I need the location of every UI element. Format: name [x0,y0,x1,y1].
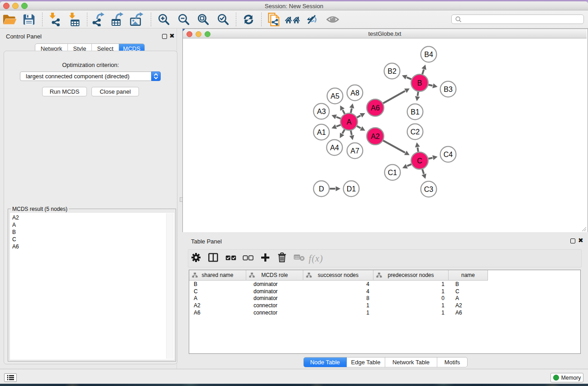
graph-edge-A6-B[interactable] [383,88,410,103]
memory-button[interactable]: Memory [550,373,583,382]
graph-edge-C-C4[interactable] [428,155,437,160]
graph-node-A8[interactable]: A8 [347,85,363,101]
close-panel-icon[interactable]: ✖ [169,32,175,39]
graph-node-B2[interactable]: B2 [384,63,400,79]
column-header-successor-nodes[interactable]: successor nodes [303,270,373,280]
export-network-button[interactable] [91,12,108,27]
table-row[interactable]: A6connector11A6 [189,309,580,316]
split-panel-button[interactable] [206,251,221,266]
column-header-shared-name[interactable]: shared name [189,270,246,280]
graph-node-B[interactable]: B [411,74,428,91]
delete-columns-button[interactable] [274,251,290,266]
table-settings-gear-button[interactable] [188,251,204,266]
task-history-button[interactable] [4,373,17,382]
show-eye-button[interactable] [324,12,341,27]
zoom-in-button[interactable] [155,12,172,27]
graph-edge-C-C2[interactable] [415,143,420,152]
mcds-result-item[interactable]: A6 [10,243,174,250]
mcds-result-item[interactable]: A2 [10,214,174,221]
zoom-fit-button[interactable] [195,12,212,27]
tab-network-table[interactable]: Network Table [385,357,437,367]
select-all-columns-button[interactable] [223,251,239,266]
tab-node-table[interactable]: Node Table [304,357,347,367]
network-window-titlebar[interactable]: testGlobe.txt [183,29,587,38]
graph-node-C3[interactable]: C3 [421,181,437,197]
window-titlebar[interactable]: Session: New Session [0,1,588,10]
import-network-button[interactable] [46,12,63,27]
tab-edge-table[interactable]: Edge Table [347,357,385,367]
graph-node-A2[interactable]: A2 [367,128,384,145]
graph-node-A5[interactable]: A5 [327,88,343,104]
table-row[interactable]: A2connector11A2 [189,302,580,309]
mcds-result-item[interactable]: B [10,229,174,236]
graph-node-C[interactable]: C [411,152,428,169]
window-resize-grip[interactable] [581,226,587,232]
graph-edge-B-B2[interactable] [402,75,411,79]
main-toolbar [0,10,588,29]
graph-node-A[interactable]: A [340,113,358,130]
graph-node-A7[interactable]: A7 [347,143,363,159]
graph-edge-A-A4[interactable] [340,129,345,138]
table-row[interactable]: Bdominator41B [189,281,580,288]
run-mcds-button[interactable]: Run MCDS [42,87,87,96]
duplicate-session-button[interactable] [265,12,282,27]
table-row[interactable]: Cdominator41C [189,288,580,295]
table-row[interactable]: Adominator80A [189,295,580,302]
result-list-scrollbar[interactable] [166,213,173,359]
tab-motifs[interactable]: Motifs [437,357,467,367]
graph-edge-A2-C[interactable] [383,141,410,155]
graph-edge-D-D1[interactable] [330,186,340,191]
column-header-name[interactable]: name [449,270,488,280]
graph-edge-A-A8[interactable] [349,103,354,113]
graph-edge-A-A7[interactable] [349,130,354,140]
network-canvas[interactable]: B4 B2 B B3 A8 A5 A6 B1 A3 A A1 C2 A2 [183,38,587,232]
graph-node-D[interactable]: D [314,181,330,197]
mcds-result-item[interactable]: C [10,236,174,243]
graph-node-A1[interactable]: A1 [314,124,330,140]
graph-node-B1[interactable]: B1 [407,104,423,120]
graph-edge-A-A1[interactable] [331,124,340,129]
export-image-button[interactable] [128,12,145,27]
float-panel-icon[interactable] [162,34,167,39]
close-panel-button[interactable]: Close panel [91,87,139,96]
table-cell: A [194,295,246,302]
table-panel-float-icon[interactable] [570,238,575,243]
graph-node-A6[interactable]: A6 [367,99,384,116]
column-header-label: successor nodes [318,272,359,278]
graph-edge-C-C3[interactable] [421,169,426,179]
zoom-out-button[interactable] [175,12,192,27]
optimization-criterion-select[interactable]: largest connected component (directed) [20,71,161,81]
mcds-result-item[interactable]: A [10,221,174,229]
graph-edge-A-A6[interactable] [357,113,365,118]
graph-node-A4[interactable]: A4 [327,140,343,156]
add-column-button[interactable] [258,251,273,266]
graph-node-C4[interactable]: C4 [440,147,456,162]
graph-edge-B-B1[interactable] [415,92,420,101]
export-table-button[interactable] [109,12,126,27]
graph-node-C1[interactable]: C1 [385,165,401,181]
open-session-folder-button[interactable] [1,12,18,27]
graph-edge-C-C1[interactable] [402,164,411,168]
graph-edge-A-A5[interactable] [340,105,344,114]
refresh-button[interactable] [240,12,257,27]
mcds-result-list[interactable]: A2ABCA6 [10,212,175,360]
save-session-button[interactable] [20,12,38,27]
hide-glasses-button[interactable] [304,12,321,27]
table-panel-close-icon[interactable]: ✖ [578,237,583,244]
search-input[interactable] [451,14,584,24]
graph-edge-A-A2[interactable] [357,126,365,131]
home-layout-button[interactable] [284,12,301,27]
graph-edge-A-A3[interactable] [331,114,340,119]
zoom-selected-button[interactable] [215,12,232,27]
unselect-all-columns-button[interactable] [240,251,256,266]
column-header-predecessor-nodes[interactable]: predecessor nodes [373,270,449,280]
graph-node-B4[interactable]: B4 [421,47,437,62]
column-header-MCDS-role[interactable]: MCDS role [246,270,303,280]
graph-edge-B-B3[interactable] [428,83,437,88]
graph-node-C2[interactable]: C2 [407,124,423,140]
graph-node-D1[interactable]: D1 [344,181,359,197]
import-table-button[interactable] [66,12,83,27]
graph-node-A3[interactable]: A3 [314,104,330,119]
graph-edge-B-B4[interactable] [421,65,426,74]
graph-node-B3[interactable]: B3 [440,81,456,97]
